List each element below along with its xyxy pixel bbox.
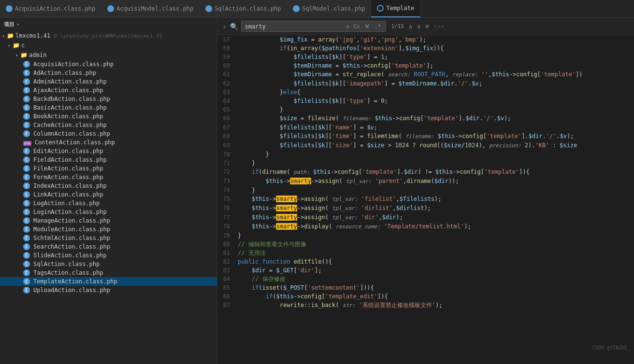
search-icon: 🔍 [230, 23, 238, 30]
tree-file-CacheAction-class-php[interactable]: CCacheAction.class.php [0, 121, 217, 129]
tree-folder-c[interactable]: ▾ 📁 c [0, 41, 217, 50]
line-content: $img_fix = array('jpg','gif','png','bmp'… [236, 35, 634, 44]
search-next-btn[interactable]: ∨ [415, 22, 422, 31]
line-content: // 编辑和查看文件与图像 [236, 240, 634, 249]
file-icon-EditAction.class.php: C [23, 148, 30, 154]
tree-file-ContentAction-class-php[interactable]: phpContentAction.class.php [0, 138, 217, 147]
search-word-btn[interactable]: W [364, 22, 371, 30]
admin-folder-icon: 📁 [20, 51, 28, 59]
file-label: LinkAction.class.php [33, 191, 103, 198]
tree-file-ManageAction-class-php[interactable]: CManageAction.class.php [0, 216, 217, 225]
search-filter-btn[interactable]: ⌘ [423, 22, 431, 31]
c-folder-icon: 📁 [12, 42, 20, 49]
line-number: 68 [217, 132, 236, 141]
line-content: if($this->config['template_edit']){ [236, 292, 634, 301]
file-icon-TagsAction.class.php: C [23, 269, 30, 276]
search-input[interactable] [245, 23, 344, 30]
search-clear-icon[interactable]: ✕ [346, 23, 349, 30]
tree-file-EditAction-class-php[interactable]: CEditAction.class.php [0, 147, 217, 155]
file-icon-LinkAction.class.php: C [23, 191, 30, 198]
table-row: 70 } [217, 150, 634, 159]
project-chevron[interactable]: ▾ [16, 22, 19, 27]
file-icon-AdminAction.class.php: C [23, 78, 30, 85]
tree-file-LinkAction-class-php[interactable]: CLinkAction.class.php [0, 190, 217, 199]
tree-file-BackdbAction-class-php[interactable]: CBackdbAction.class.php [0, 95, 217, 103]
tree-file-LogAction-class-php[interactable]: CLogAction.class.php [0, 199, 217, 208]
tree-file-AdminAction-class-php[interactable]: CAdminAction.class.php [0, 77, 217, 86]
table-row: 69 $filelists[$k]['size'] = $size > 1024… [217, 141, 634, 150]
tab-template[interactable]: Template [371, 0, 420, 17]
tree-file-FieldAction-class-php[interactable]: CFieldAction.class.php [0, 155, 217, 164]
line-number: 72 [217, 168, 236, 177]
tree-file-ModuleAction-class-php[interactable]: CModuleAction.class.php [0, 225, 217, 234]
tab-sql-model[interactable]: SqlModel.class.php [287, 0, 371, 17]
tab-acquisi-action[interactable]: AcquisiAction.class.php [0, 0, 101, 17]
line-number: 71 [217, 159, 236, 168]
search-nav: ∧ ∨ ⌘ ··· [407, 22, 446, 31]
tree-file-IndexAction-class-php[interactable]: CIndexAction.class.php [0, 182, 217, 190]
line-content: } [236, 150, 634, 159]
c-folder-label: c [21, 42, 25, 49]
file-label: SlideAction.class.php [33, 252, 107, 259]
file-label: TemplateAction.class.php [33, 278, 117, 285]
line-number: 67 [217, 123, 236, 132]
file-label: CacheAction.class.php [33, 122, 107, 128]
tree-file-SchtmlAction-class-php[interactable]: CSchtmlAction.class.php [0, 234, 217, 242]
tree-file-AdAction-class-php[interactable]: CAdAction.class.php [0, 69, 217, 77]
tree-file-BasicAction-class-php[interactable]: CBasicAction.class.php [0, 103, 217, 112]
search-expand-btn[interactable]: › [221, 22, 227, 31]
tree-file-FileAction-class-php[interactable]: CFileAction.class.php [0, 164, 217, 173]
code-editor[interactable]: 57 $img_fix = array('jpg','gif','png','b… [217, 35, 634, 364]
line-number: 61 [217, 70, 236, 79]
root-folder-icon: 📁 [6, 32, 14, 40]
tree-file-SqlAction-class-php[interactable]: CSqlAction.class.php [0, 260, 217, 268]
file-icon-FileAction.class.php: C [23, 165, 30, 172]
tree-folder-admin[interactable]: ▾ 📁 admin [0, 50, 217, 60]
file-label: FormAction.class.php [33, 174, 103, 181]
file-label: ManageAction.class.php [33, 217, 110, 224]
tree-file-ColumnAction-class-php[interactable]: CColumnAction.class.php [0, 129, 217, 138]
tree-file-TagsAction-class-php[interactable]: CTagsAction.class.php [0, 268, 217, 277]
line-number: 69 [217, 141, 236, 150]
file-label: SchtmlAction.class.php [33, 235, 110, 241]
line-content: $this->smarty->assign( tpl_var: 'dir',$d… [236, 213, 634, 222]
tree-file-LoginAction-class-php[interactable]: CLoginAction.class.php [0, 208, 217, 216]
search-regex-btn[interactable]: .* [373, 22, 383, 30]
search-case-btn[interactable]: Cc [351, 22, 361, 30]
tab-sql-action[interactable]: SqlAction.class.php [200, 0, 287, 17]
tab-icon-acquisi-model [107, 5, 114, 12]
tab-acquisi-model[interactable]: AcquisiModel.class.php [101, 0, 200, 17]
tree-file-AcquisiAction-class-php[interactable]: CAcquisiAction.class.php [0, 60, 217, 69]
line-content: } [236, 105, 634, 114]
table-row: 59 $filelists[$k]['type'] = 1; [217, 53, 634, 61]
line-content: } [236, 231, 634, 240]
tree-file-SearchAction-class-php[interactable]: CSearchAction.class.php [0, 242, 217, 251]
tree-file-TemplateAction-class-php[interactable]: CTemplateAction.class.php [0, 277, 217, 286]
tree-file-SlideAction-class-php[interactable]: CSlideAction.class.php [0, 251, 217, 260]
line-content: $dir = $_GET['dir']; [236, 266, 634, 275]
table-row: 87 rewrite::is_back( str: '系统设置禁止修改模板文件'… [217, 301, 634, 310]
line-number: 73 [217, 177, 236, 186]
line-number: 60 [217, 61, 236, 70]
tree-root[interactable]: ▾ 📁 lmxcms1.41 D:\phpstudy_pro\WWW\cms\l… [0, 31, 217, 41]
main-area: 项目 ▾ ▾ 📁 lmxcms1.41 D:\phpstudy_pro\WWW\… [0, 18, 634, 364]
line-content: $filelists[$k]['imagepath'] = $temDirnam… [236, 79, 634, 88]
line-content: // 无用法 [236, 249, 634, 257]
line-number: 79 [217, 231, 236, 240]
line-content: } [236, 159, 634, 168]
file-label: LogAction.class.php [33, 200, 100, 207]
table-row: 84 // 保存修改 [217, 275, 634, 283]
file-icon-BasicAction.class.php: C [23, 104, 30, 111]
tree-file-UploadAction-class-php[interactable]: CUploadAction.class.php [0, 286, 217, 294]
tree-file-AjaxAction-class-php[interactable]: CAjaxAction.class.php [0, 86, 217, 95]
search-prev-btn[interactable]: ∧ [407, 22, 414, 31]
file-label: TagsAction.class.php [33, 269, 103, 276]
tab-icon-sql-action [205, 5, 212, 12]
file-label: AcquisiAction.class.php [33, 61, 114, 68]
sidebar: 项目 ▾ ▾ 📁 lmxcms1.41 D:\phpstudy_pro\WWW\… [0, 18, 217, 364]
tab-icon-sql-model [293, 5, 300, 12]
file-icon-IndexAction.class.php: C [23, 182, 30, 189]
tree-file-FormAction-class-php[interactable]: CFormAction.class.php [0, 173, 217, 182]
tree-file-BookAction-class-php[interactable]: CBookAction.class.php [0, 112, 217, 121]
search-more-btn[interactable]: ··· [432, 22, 447, 31]
